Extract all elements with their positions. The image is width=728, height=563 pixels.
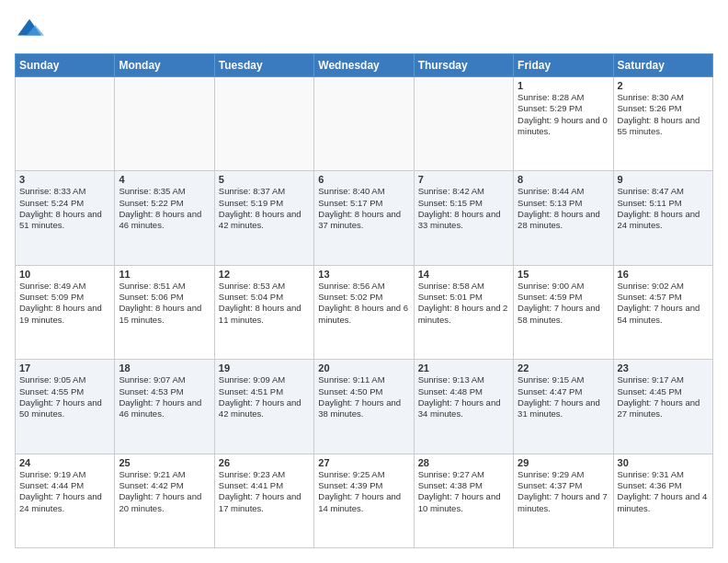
calendar-cell — [16, 77, 115, 171]
day-number: 27 — [318, 457, 409, 468]
calendar-header-friday: Friday — [514, 54, 613, 77]
day-number: 3 — [19, 174, 110, 185]
calendar-header-sunday: Sunday — [16, 54, 115, 77]
day-info: Sunrise: 9:19 AM Sunset: 4:44 PM Dayligh… — [19, 469, 110, 514]
calendar-cell: 19Sunrise: 9:09 AM Sunset: 4:51 PM Dayli… — [214, 360, 313, 454]
calendar-cell: 30Sunrise: 9:31 AM Sunset: 4:36 PM Dayli… — [613, 454, 712, 547]
day-number: 4 — [119, 174, 210, 185]
calendar-cell: 2Sunrise: 8:30 AM Sunset: 5:26 PM Daylig… — [613, 77, 712, 171]
day-info: Sunrise: 9:15 AM Sunset: 4:47 PM Dayligh… — [518, 374, 609, 419]
day-number: 21 — [418, 362, 509, 373]
day-number: 17 — [19, 362, 110, 373]
day-number: 30 — [618, 457, 709, 468]
day-info: Sunrise: 9:11 AM Sunset: 4:50 PM Dayligh… — [318, 374, 409, 419]
day-info: Sunrise: 8:44 AM Sunset: 5:13 PM Dayligh… — [518, 186, 609, 231]
day-number: 7 — [418, 174, 509, 185]
day-info: Sunrise: 9:09 AM Sunset: 4:51 PM Dayligh… — [219, 374, 310, 419]
calendar-cell: 1Sunrise: 8:28 AM Sunset: 5:29 PM Daylig… — [514, 77, 613, 171]
day-number: 1 — [518, 80, 609, 91]
calendar-cell: 15Sunrise: 9:00 AM Sunset: 4:59 PM Dayli… — [514, 265, 613, 359]
day-number: 8 — [518, 174, 609, 185]
day-info: Sunrise: 8:47 AM Sunset: 5:11 PM Dayligh… — [618, 186, 709, 231]
day-info: Sunrise: 9:31 AM Sunset: 4:36 PM Dayligh… — [618, 469, 709, 514]
day-number: 9 — [618, 174, 709, 185]
day-number: 2 — [618, 80, 709, 91]
day-info: Sunrise: 9:07 AM Sunset: 4:53 PM Dayligh… — [119, 374, 210, 419]
calendar-cell: 5Sunrise: 8:37 AM Sunset: 5:19 PM Daylig… — [214, 171, 313, 265]
day-info: Sunrise: 9:25 AM Sunset: 4:39 PM Dayligh… — [318, 469, 409, 514]
day-number: 24 — [19, 457, 110, 468]
logo-icon — [15, 15, 44, 44]
calendar-header-row: SundayMondayTuesdayWednesdayThursdayFrid… — [16, 54, 713, 77]
calendar-cell: 21Sunrise: 9:13 AM Sunset: 4:48 PM Dayli… — [414, 360, 513, 454]
calendar-cell: 28Sunrise: 9:27 AM Sunset: 4:38 PM Dayli… — [414, 454, 513, 547]
day-number: 6 — [318, 174, 409, 185]
calendar-week-1: 1Sunrise: 8:28 AM Sunset: 5:29 PM Daylig… — [16, 77, 713, 171]
calendar-cell: 29Sunrise: 9:29 AM Sunset: 4:37 PM Dayli… — [514, 454, 613, 547]
calendar-cell: 16Sunrise: 9:02 AM Sunset: 4:57 PM Dayli… — [613, 265, 712, 359]
calendar-cell: 26Sunrise: 9:23 AM Sunset: 4:41 PM Dayli… — [214, 454, 313, 547]
day-number: 13 — [318, 269, 409, 280]
calendar-header-saturday: Saturday — [613, 54, 712, 77]
day-number: 5 — [219, 174, 310, 185]
calendar-header-monday: Monday — [115, 54, 214, 77]
day-info: Sunrise: 8:42 AM Sunset: 5:15 PM Dayligh… — [418, 186, 509, 231]
calendar-cell — [314, 77, 414, 171]
day-info: Sunrise: 9:23 AM Sunset: 4:41 PM Dayligh… — [219, 469, 310, 514]
day-info: Sunrise: 8:40 AM Sunset: 5:17 PM Dayligh… — [318, 186, 409, 231]
day-number: 14 — [418, 269, 509, 280]
calendar-cell: 7Sunrise: 8:42 AM Sunset: 5:15 PM Daylig… — [414, 171, 513, 265]
day-info: Sunrise: 8:51 AM Sunset: 5:06 PM Dayligh… — [119, 281, 210, 326]
calendar-header-tuesday: Tuesday — [214, 54, 313, 77]
calendar: SundayMondayTuesdayWednesdayThursdayFrid… — [15, 53, 713, 548]
day-number: 12 — [219, 269, 310, 280]
calendar-header-thursday: Thursday — [414, 54, 513, 77]
day-info: Sunrise: 9:21 AM Sunset: 4:42 PM Dayligh… — [119, 469, 210, 514]
day-info: Sunrise: 8:56 AM Sunset: 5:02 PM Dayligh… — [318, 281, 409, 326]
day-number: 28 — [418, 457, 509, 468]
day-number: 22 — [518, 362, 609, 373]
day-info: Sunrise: 9:27 AM Sunset: 4:38 PM Dayligh… — [418, 469, 509, 514]
calendar-header-wednesday: Wednesday — [314, 54, 414, 77]
calendar-cell: 4Sunrise: 8:35 AM Sunset: 5:22 PM Daylig… — [115, 171, 214, 265]
day-info: Sunrise: 9:05 AM Sunset: 4:55 PM Dayligh… — [19, 374, 110, 419]
calendar-cell: 20Sunrise: 9:11 AM Sunset: 4:50 PM Dayli… — [314, 360, 414, 454]
day-info: Sunrise: 8:28 AM Sunset: 5:29 PM Dayligh… — [518, 92, 609, 137]
calendar-week-5: 24Sunrise: 9:19 AM Sunset: 4:44 PM Dayli… — [16, 454, 713, 547]
calendar-cell — [414, 77, 513, 171]
day-info: Sunrise: 9:00 AM Sunset: 4:59 PM Dayligh… — [518, 281, 609, 326]
day-info: Sunrise: 8:58 AM Sunset: 5:01 PM Dayligh… — [418, 281, 509, 326]
calendar-cell: 18Sunrise: 9:07 AM Sunset: 4:53 PM Dayli… — [115, 360, 214, 454]
day-info: Sunrise: 9:13 AM Sunset: 4:48 PM Dayligh… — [418, 374, 509, 419]
day-number: 29 — [518, 457, 609, 468]
calendar-cell — [115, 77, 214, 171]
day-number: 18 — [119, 362, 210, 373]
calendar-week-3: 10Sunrise: 8:49 AM Sunset: 5:09 PM Dayli… — [16, 265, 713, 359]
calendar-cell: 17Sunrise: 9:05 AM Sunset: 4:55 PM Dayli… — [16, 360, 115, 454]
calendar-cell: 12Sunrise: 8:53 AM Sunset: 5:04 PM Dayli… — [214, 265, 313, 359]
day-info: Sunrise: 8:49 AM Sunset: 5:09 PM Dayligh… — [19, 281, 110, 326]
calendar-cell: 9Sunrise: 8:47 AM Sunset: 5:11 PM Daylig… — [613, 171, 712, 265]
calendar-cell: 13Sunrise: 8:56 AM Sunset: 5:02 PM Dayli… — [314, 265, 414, 359]
calendar-cell: 22Sunrise: 9:15 AM Sunset: 4:47 PM Dayli… — [514, 360, 613, 454]
calendar-cell — [214, 77, 313, 171]
logo — [15, 15, 48, 44]
calendar-week-4: 17Sunrise: 9:05 AM Sunset: 4:55 PM Dayli… — [16, 360, 713, 454]
calendar-cell: 3Sunrise: 8:33 AM Sunset: 5:24 PM Daylig… — [16, 171, 115, 265]
calendar-cell: 23Sunrise: 9:17 AM Sunset: 4:45 PM Dayli… — [613, 360, 712, 454]
day-number: 25 — [119, 457, 210, 468]
calendar-cell: 10Sunrise: 8:49 AM Sunset: 5:09 PM Dayli… — [16, 265, 115, 359]
day-number: 19 — [219, 362, 310, 373]
day-info: Sunrise: 8:35 AM Sunset: 5:22 PM Dayligh… — [119, 186, 210, 231]
day-number: 15 — [518, 269, 609, 280]
day-info: Sunrise: 9:29 AM Sunset: 4:37 PM Dayligh… — [518, 469, 609, 514]
day-number: 16 — [618, 269, 709, 280]
day-number: 10 — [19, 269, 110, 280]
day-number: 23 — [618, 362, 709, 373]
page: SundayMondayTuesdayWednesdayThursdayFrid… — [0, 0, 728, 563]
calendar-cell: 27Sunrise: 9:25 AM Sunset: 4:39 PM Dayli… — [314, 454, 414, 547]
calendar-cell: 24Sunrise: 9:19 AM Sunset: 4:44 PM Dayli… — [16, 454, 115, 547]
calendar-cell: 11Sunrise: 8:51 AM Sunset: 5:06 PM Dayli… — [115, 265, 214, 359]
day-number: 20 — [318, 362, 409, 373]
calendar-cell: 6Sunrise: 8:40 AM Sunset: 5:17 PM Daylig… — [314, 171, 414, 265]
